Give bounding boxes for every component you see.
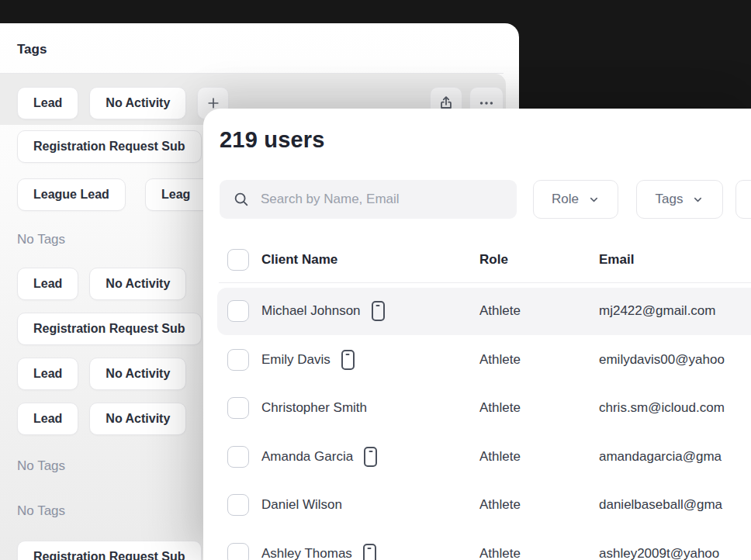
client-name: Amanda Garcia: [261, 449, 353, 465]
tag-chip-lead[interactable]: Lead: [17, 268, 78, 300]
tag-chip-no-activity[interactable]: No Activity: [89, 403, 186, 435]
column-header-role: Role: [479, 252, 508, 268]
chevron-down-icon: [692, 194, 704, 206]
client-role: Athlete: [479, 546, 521, 560]
tag-chip-lead[interactable]: Lead: [17, 87, 78, 119]
table-row[interactable]: Michael Johnson Athlete mj2422@gmail.com: [203, 287, 751, 336]
client-email: danielbaseball@gma: [599, 497, 722, 513]
tag-chip-lead[interactable]: Lead: [17, 403, 78, 435]
tag-chip-no-activity[interactable]: No Activity: [89, 268, 186, 300]
table-row[interactable]: Ashley Thomas Athlete ashley2009t@yahoo: [203, 530, 751, 560]
no-tags-label: No Tags: [17, 232, 65, 247]
tag-chip-registration-request[interactable]: Registration Request Sub: [17, 541, 202, 560]
tags-filter-label: Tags: [656, 192, 684, 207]
chevron-down-icon: [588, 194, 600, 206]
client-role: Athlete: [479, 352, 521, 368]
select-all-checkbox[interactable]: [227, 249, 249, 271]
phone-icon: [364, 447, 377, 467]
client-name: Daniel Wilson: [261, 497, 342, 513]
phone-icon: [341, 350, 355, 370]
column-header-email: Email: [599, 252, 634, 268]
client-role: Athlete: [479, 449, 521, 465]
client-name: Emily Davis: [261, 352, 331, 368]
table-row[interactable]: Amanda Garcia Athlete amandagarcia@gma: [203, 433, 751, 482]
table-row[interactable]: Emily Davis Athlete emilydavis00@yahoo: [203, 336, 751, 385]
client-name: Christopher Smith: [261, 400, 367, 416]
tag-chip-league-lead[interactable]: League Lead: [17, 178, 126, 211]
tags-panel-title: Tags: [17, 42, 47, 57]
search-icon: [233, 191, 250, 208]
tag-chip-no-activity[interactable]: No Activity: [89, 358, 186, 390]
search-input-wrapper[interactable]: [220, 180, 517, 219]
client-email: amandagarcia@gma: [599, 449, 722, 465]
no-tags-label: No Tags: [17, 458, 65, 474]
client-email: mj2422@gmail.com: [599, 303, 715, 319]
tag-chip-lead[interactable]: Lead: [17, 358, 78, 390]
client-name: Ashley Thomas: [261, 546, 352, 560]
users-modal: 219 users Role Tags Client Name Role Ema…: [203, 109, 751, 560]
client-role: Athlete: [479, 400, 521, 416]
table-row[interactable]: Daniel Wilson Athlete danielbaseball@gma: [203, 481, 751, 530]
tag-chip-no-activity[interactable]: No Activity: [89, 87, 186, 119]
no-tags-label: No Tags: [17, 503, 65, 519]
tag-chip-registration-request[interactable]: Registration Request Sub: [17, 313, 202, 345]
phone-icon: [372, 301, 385, 321]
table-row[interactable]: Christopher Smith Athlete chris.sm@iclou…: [203, 384, 751, 433]
users-count-title: 219 users: [220, 127, 325, 153]
row-checkbox[interactable]: [227, 349, 249, 371]
row-checkbox[interactable]: [227, 446, 249, 468]
row-checkbox[interactable]: [227, 300, 249, 322]
row-checkbox[interactable]: [227, 494, 249, 516]
row-checkbox[interactable]: [227, 543, 249, 560]
client-email: chris.sm@icloud.com: [599, 400, 725, 416]
phone-icon: [363, 544, 376, 560]
client-role: Athlete: [479, 303, 521, 319]
client-email: ashley2009t@yahoo: [599, 546, 719, 560]
client-role: Athlete: [479, 497, 521, 513]
tag-chip-registration-request[interactable]: Registration Request Sub: [17, 130, 202, 163]
tags-filter-dropdown[interactable]: Tags: [636, 180, 723, 219]
role-filter-label: Role: [552, 192, 579, 207]
client-name: Michael Johnson: [261, 303, 361, 319]
role-filter-dropdown[interactable]: Role: [533, 180, 618, 219]
table-header: Client Name Role Email: [203, 240, 751, 279]
search-input[interactable]: [259, 191, 495, 208]
client-email: emilydavis00@yahoo: [599, 352, 725, 368]
filter-dropdown-cutoff[interactable]: [735, 180, 751, 219]
divider: [219, 282, 751, 283]
column-header-client-name: Client Name: [261, 252, 337, 268]
row-checkbox[interactable]: [227, 397, 249, 419]
